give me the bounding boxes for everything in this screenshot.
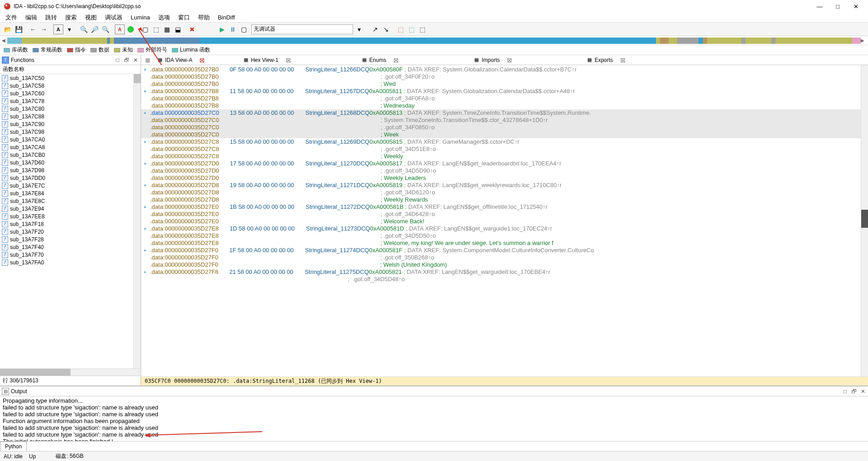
nav-left-icon[interactable]: ◀ <box>2 38 7 43</box>
panel-float-button[interactable]: □ <box>114 57 121 63</box>
menu-视图[interactable]: 视图 <box>81 13 100 23</box>
output-close-button[interactable]: ✕ <box>860 388 866 395</box>
disasm-line[interactable]: ●.data:00000000035D27D0 17 58 00 A0 00 0… <box>141 160 868 167</box>
functions-scrollbar[interactable] <box>133 74 141 368</box>
function-row[interactable]: fsub_13A7C60 <box>0 89 141 97</box>
panel-close-button[interactable]: ✕ <box>132 57 139 63</box>
dbg-tool-2[interactable]: ↘ <box>381 24 391 34</box>
function-row[interactable]: fsub_13A7E7C <box>0 182 141 189</box>
debugger-dropdown-icon[interactable]: ▾ <box>354 24 364 34</box>
functions-hscrollbar[interactable] <box>0 368 141 376</box>
text-tool-button[interactable]: A <box>53 24 63 34</box>
output-restore-button[interactable]: 🗗 <box>851 388 857 395</box>
functions-column-header[interactable]: 函数名称 <box>0 65 141 74</box>
menu-编辑[interactable]: 编辑 <box>22 13 41 23</box>
forward-button[interactable]: → <box>39 24 49 34</box>
dbg-tool-5[interactable]: ⬚ <box>417 24 427 34</box>
debug-pause-button[interactable]: ⏸ <box>228 24 238 34</box>
menu-选项[interactable]: 选项 <box>155 13 174 23</box>
menu-帮助[interactable]: 帮助 <box>194 13 213 23</box>
function-row[interactable]: fsub_13A7F20 <box>0 228 141 235</box>
highlight-a-button[interactable]: A <box>115 24 125 34</box>
debugger-select[interactable] <box>251 24 353 34</box>
dbg-tool-3[interactable]: ⬚ <box>396 24 406 34</box>
disasm-line[interactable]: .data:00000000035D27B0 ; .got:off_34F0F2… <box>141 73 868 80</box>
tab-IDA-View-A[interactable]: ▦IDA View-A⊠ <box>152 55 211 65</box>
functions-list[interactable]: fsub_13A7C50fsub_13A7C58fsub_13A7C60fsub… <box>0 74 141 368</box>
menu-文件[interactable]: 文件 <box>2 13 21 23</box>
function-row[interactable]: fsub_13A7E84 <box>0 189 141 197</box>
disasm-line[interactable]: .data:00000000035D27D0 ; .got:off_34D5D9… <box>141 167 868 174</box>
function-row[interactable]: fsub_13A7EE8 <box>0 212 141 220</box>
disasm-line[interactable]: .data:00000000035D27D8 ; Weekly Rewards <box>141 196 868 203</box>
function-row[interactable]: fsub_13A7CA8 <box>0 143 141 151</box>
back-button[interactable]: ← <box>28 24 38 34</box>
menu-搜索[interactable]: 搜索 <box>61 13 80 23</box>
disasm-line[interactable]: .data:00000000035D27B0 ; Wed <box>141 80 868 88</box>
disasm-line[interactable]: ●.data:00000000035D27B8 11 58 00 A0 00 0… <box>141 88 868 95</box>
function-row[interactable]: fsub_13A7C50 <box>0 74 141 82</box>
close-button[interactable]: ✕ <box>851 3 861 10</box>
save-button[interactable]: 💾 <box>14 24 24 34</box>
tab-close-icon[interactable]: ⊠ <box>286 56 291 64</box>
disasm-line[interactable]: .data:00000000035D27C0 ; System.TimeZone… <box>141 117 868 124</box>
tab-close-icon[interactable]: ⊠ <box>393 56 399 64</box>
menu-BinDiff[interactable]: BinDiff <box>214 13 239 22</box>
disasm-line[interactable]: .data:00000000035D27B8 ; .got:off_34F0FA… <box>141 95 868 102</box>
menu-窗口[interactable]: 窗口 <box>175 13 193 23</box>
tab-Enums[interactable]: ▦Enums⊠ <box>324 55 437 65</box>
disasm-line[interactable]: ●.data:00000000035D27E8 1D 58 00 A0 00 0… <box>141 225 868 232</box>
function-row[interactable]: fsub_13A7C98 <box>0 128 141 136</box>
disasm-line[interactable]: .data:00000000035D27E0 ; .got:off_34D642… <box>141 211 868 218</box>
disasm-line[interactable]: ●.data:00000000035D27C0 13 58 00 A0 00 0… <box>141 109 868 117</box>
tab-close-icon[interactable]: ⊠ <box>507 56 512 64</box>
tool-1-button[interactable]: ▢ <box>140 24 150 34</box>
disasm-line[interactable]: ●.data:00000000035D27D8 19 58 00 A0 00 0… <box>141 182 868 189</box>
output-text[interactable]: Propagating type information...failed to… <box>0 396 868 441</box>
search-text-button[interactable]: 🔎 <box>90 24 99 34</box>
disasm-line[interactable]: ●.data:00000000035D27F0 1F 58 00 A0 00 0… <box>141 247 868 254</box>
dbg-tool-4[interactable]: ⬚ <box>406 24 416 34</box>
disasm-line[interactable]: .data:00000000035D27C0 ; .got:off_34F085… <box>141 124 868 131</box>
disasm-view[interactable]: ●.data:00000000035D27B0 0F 58 00 A0 00 0… <box>141 65 868 376</box>
tool-2-button[interactable]: ⬚ <box>151 24 161 34</box>
menu-跳转[interactable]: 跳转 <box>42 13 61 23</box>
function-row[interactable]: fsub_13A7E94 <box>0 205 141 212</box>
tab-Hex-View-1[interactable]: ▦Hex View-1⊠ <box>211 55 324 65</box>
nav-right-icon[interactable]: ▶ <box>861 38 866 43</box>
disasm-line[interactable]: ●.data:00000000035D27C8 15 58 00 A0 00 0… <box>141 138 868 146</box>
disasm-line[interactable]: ●.data:00000000035D27F8 21 58 00 A0 00 0… <box>141 268 868 276</box>
disasm-line[interactable]: .data:00000000035D27C8 ; Weekly <box>141 153 868 160</box>
tab-Exports[interactable]: ▦Exports⊠ <box>550 55 663 65</box>
function-row[interactable]: fsub_13A7C88 <box>0 113 141 120</box>
maximize-button[interactable]: □ <box>833 3 843 10</box>
search-button[interactable]: 🔍 <box>79 24 89 34</box>
tab-Imports[interactable]: ▦Imports⊠ <box>437 55 550 65</box>
disasm-line[interactable]: .data:00000000035D27C8 ; .got:off_34D51E… <box>141 146 868 153</box>
function-row[interactable]: fsub_13A7FA0 <box>0 259 141 266</box>
debug-run-button[interactable]: ▶ <box>217 24 227 34</box>
function-row[interactable]: fsub_13A7DD0 <box>0 174 141 182</box>
function-row[interactable]: fsub_13A7C80 <box>0 105 141 113</box>
function-row[interactable]: fsub_13A7F18 <box>0 220 141 228</box>
disasm-line[interactable]: .data:00000000035D27C0 ; Week <box>141 131 868 138</box>
disasm-line[interactable]: ; .got:off_34D5D48↑o <box>141 276 868 283</box>
menu-Lumina[interactable]: Lumina <box>127 13 154 22</box>
disasm-line[interactable]: .data:00000000035D27D8 ; .got:off_34D612… <box>141 189 868 196</box>
function-row[interactable]: fsub_13A7C90 <box>0 120 141 128</box>
disasm-line[interactable]: .data:00000000035D27F0 ; Welsh (United K… <box>141 261 868 268</box>
disasm-line[interactable]: ●.data:00000000035D27E0 1B 58 00 A0 00 0… <box>141 203 868 211</box>
nav-strip[interactable]: ◀ ▶ <box>0 36 868 45</box>
tab-close-icon[interactable]: ⊠ <box>620 56 626 64</box>
function-row[interactable]: fsub_13A7CB0 <box>0 151 141 159</box>
panel-restore-button[interactable]: 🗗 <box>123 57 130 63</box>
disasm-line[interactable]: .data:00000000035D27E8 ; Welcome, my kin… <box>141 240 868 247</box>
run-button[interactable] <box>126 24 136 34</box>
function-row[interactable]: fsub_13A7F28 <box>0 235 141 243</box>
tab-close-icon[interactable]: ⊠ <box>199 56 205 64</box>
disasm-line[interactable]: .data:00000000035D27F0 ; .got:off_350B26… <box>141 254 868 261</box>
debug-stop-button[interactable]: ▢ <box>239 24 249 34</box>
disasm-line[interactable]: .data:00000000035D27D0 ; Weekly Leaders <box>141 174 868 182</box>
open-button[interactable]: 📂 <box>3 24 13 34</box>
function-row[interactable]: fsub_13A7C58 <box>0 82 141 89</box>
